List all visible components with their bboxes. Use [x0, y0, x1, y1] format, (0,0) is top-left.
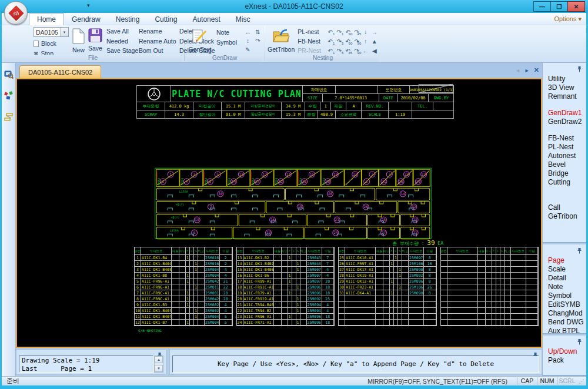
titlebar[interactable]: ▾ eXnest - DA0105-A11C-CNS02 — ❐ ✕	[0, 0, 588, 13]
tab-scroll-left-icon[interactable]: ◄	[515, 68, 520, 73]
nesting-transform-icon[interactable]: ↶1	[326, 28, 335, 36]
nesting-transform-icon[interactable]: ▲	[370, 37, 379, 46]
gendraw-tool-icon[interactable]: ↔	[243, 28, 252, 36]
nesting-transform-icon[interactable]: ←	[361, 46, 370, 55]
new-button[interactable]: New	[72, 26, 85, 57]
sidebar-item-bevel[interactable]: Bevel	[543, 160, 586, 169]
tab-autonest[interactable]: Autonest	[185, 13, 228, 25]
table-cell: A11C-DK4-A1	[345, 290, 376, 296]
scroll-up-icon[interactable]: ▲	[155, 356, 163, 363]
nesting-transform-icon[interactable]: ↓	[361, 28, 370, 36]
tab-nesting[interactable]: Nesting	[108, 13, 148, 25]
sidebar-item-gendraw2[interactable]: GenDraw2	[543, 118, 586, 126]
sidebar-item-fb-nest[interactable]: FB-Nest	[543, 134, 586, 143]
nesting-transform-icon[interactable]: ↷5	[335, 46, 343, 55]
nesting-transform-icon[interactable]: ◀	[370, 46, 379, 55]
app-logo-icon[interactable]: sh	[4, 1, 28, 25]
sidebar-item-note[interactable]: Note	[543, 283, 586, 291]
nesting-transform-icon[interactable]: ↶90	[343, 37, 352, 46]
tab-home[interactable]: Home	[29, 13, 64, 25]
gendraw-tool-icon[interactable]: ✎	[243, 45, 252, 54]
gendraw-group-label: GenDraw	[186, 55, 263, 62]
nesting-transform-icon[interactable]: ↷1	[335, 28, 343, 36]
sidebar-item-changmod[interactable]: ChangMod	[543, 309, 586, 318]
file-menu-item-rename[interactable]: Rename	[138, 26, 175, 36]
nesting-transform-icon[interactable]: ↷45	[352, 28, 361, 36]
file-menu-item-rename-auto[interactable]: Rename Auto	[138, 36, 175, 46]
file-menu-item-save-all[interactable]: Save All	[105, 26, 135, 36]
sidebar-item-page[interactable]: Page	[543, 256, 586, 265]
combo-arrow-icon[interactable]: ▾	[60, 28, 68, 36]
sidebar-item-autonest[interactable]: Autonest	[543, 152, 586, 160]
minimize-button[interactable]: —	[533, 1, 551, 12]
sidebar-item-utility[interactable]: Utility	[543, 75, 586, 83]
scroll-down-icon[interactable]: ▼	[155, 365, 163, 372]
nesting-transform-icon[interactable]: ↷90	[352, 37, 361, 46]
gendraw-menu-item-note[interactable]: Note	[215, 28, 241, 38]
tab-misc[interactable]: Misc	[228, 13, 258, 25]
tab-scroll-right-icon[interactable]: ►	[524, 68, 530, 73]
file-menu-item-needed[interactable]: Needed	[105, 36, 135, 46]
sidebar-item-bridge[interactable]: Bridge	[543, 169, 586, 178]
table-cell	[190, 255, 194, 261]
nest-browser-icon[interactable]	[3, 111, 15, 123]
sidebar-item-up-down[interactable]: Up/Down	[543, 347, 586, 356]
sidebar-item-aux-btpl[interactable]: Aux BTPL	[543, 327, 586, 336]
tab-gendraw[interactable]: Gendraw	[64, 13, 108, 25]
sidebar-item-3d-view[interactable]: 3D View	[543, 83, 586, 92]
nesting-transform-icon[interactable]: ↶90	[343, 28, 352, 36]
nesting-transform-icon[interactable]: ↶1	[326, 46, 335, 55]
table-cell	[274, 267, 282, 273]
scale-info-scrollbar[interactable]: ▲ ▼	[154, 356, 163, 373]
table-cell: 11	[135, 314, 141, 320]
gendraw-tool-icon[interactable]: ↷	[253, 36, 262, 45]
part-browser-icon[interactable]	[3, 90, 15, 102]
maximize-button[interactable]: ❐	[550, 1, 568, 12]
drawing-canvas[interactable]: DKNA12VS3034DKNA56VS301314DKNA1727VS3011…	[16, 78, 542, 348]
save-button[interactable]: Save	[88, 26, 102, 57]
nesting-transform-icon[interactable]: ↷5	[335, 37, 343, 46]
block-name-combo[interactable]: DA0105 ▾	[34, 27, 69, 37]
resize-grip-icon[interactable]: ⋰	[577, 378, 586, 384]
sidebar-item-symbol[interactable]: Symbol	[543, 291, 586, 300]
gendraw-tool-icon[interactable]: ⇅	[253, 28, 262, 36]
table-cell	[194, 255, 198, 261]
gettribon-button[interactable]: GetTribon	[268, 26, 295, 55]
nesting-transform-icon[interactable]: →	[370, 28, 379, 36]
sidebar-item-getribon[interactable]: GeTribon	[543, 212, 586, 221]
table-cell	[511, 296, 526, 302]
view-manager-icon[interactable]	[3, 69, 15, 81]
sidebar-item-pl-nest[interactable]: PL-Nest	[543, 143, 586, 152]
sidebar-item-bend-dwg[interactable]: Bend DWG	[543, 318, 586, 327]
sidebar-item-detail[interactable]: Detail	[543, 274, 586, 283]
sidebar-item-cutting[interactable]: Cutting	[543, 178, 586, 187]
nesting-transform-icon[interactable]: ↶1	[326, 37, 335, 46]
sidebar-item-remnant[interactable]: Remnant	[543, 92, 586, 101]
nesting-transform-icon[interactable]: ↷90	[352, 46, 361, 55]
table-cell	[447, 302, 478, 308]
gendraw-tool-icon[interactable]: ↕	[243, 36, 252, 45]
table-cell	[300, 320, 307, 326]
options-button[interactable]: Options ▾	[554, 15, 582, 23]
sidebar-item-call[interactable]: Call	[543, 203, 586, 212]
document-close-icon[interactable]: ✕	[534, 66, 539, 74]
tab-cutting[interactable]: Cutting	[147, 13, 185, 25]
document-tab[interactable]: DA0105-A11C-CNS02	[19, 65, 101, 78]
pl-nest-button[interactable]: PL-nest	[298, 28, 326, 35]
close-button[interactable]: ✕	[567, 1, 585, 12]
table-cell	[500, 261, 505, 267]
table-cell	[390, 314, 394, 320]
gentext-button[interactable]: GenText	[187, 26, 213, 54]
sidebar-item-gendraw1[interactable]: GenDraw1	[543, 109, 586, 118]
nest-row-pr-nest: PR-Nest↶1↷5↶45↷90←◀	[298, 46, 379, 55]
sidebar-item-scale[interactable]: Scale	[543, 265, 586, 274]
block-button[interactable]: Block	[34, 40, 69, 47]
nesting-transform-icon[interactable]: ↶45	[343, 46, 352, 55]
sidebar-item-editsymb[interactable]: EditSYMB	[543, 300, 586, 309]
table-cell	[288, 296, 292, 302]
nesting-transform-icon[interactable]: ↑	[361, 37, 370, 46]
fb-nest-button[interactable]: FB-Nest	[298, 38, 326, 45]
sidebar-item-pack[interactable]: Pack	[543, 356, 586, 365]
gendraw-menu-item-symbol[interactable]: Symbol	[215, 38, 241, 48]
table-cell: A11C-DK1-B404	[141, 261, 172, 267]
